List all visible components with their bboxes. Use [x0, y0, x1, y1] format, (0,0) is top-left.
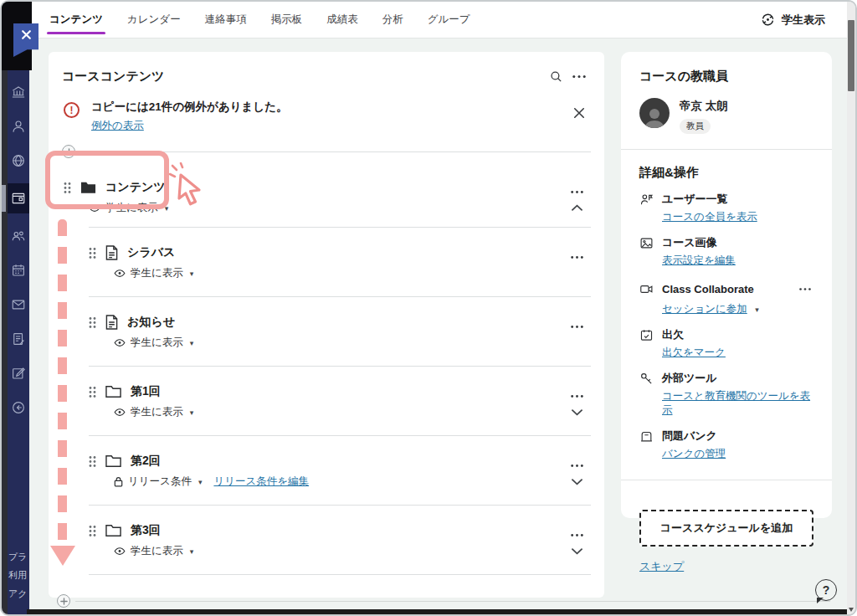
item-menu-button[interactable]	[565, 182, 588, 202]
content-item-row: お知らせ 学生に表示 ▾	[89, 297, 591, 367]
item-title[interactable]: お知らせ	[127, 315, 175, 330]
sidebar-item-institution[interactable]	[8, 80, 29, 104]
ribbon-shape	[13, 23, 38, 57]
collaborate-menu-button[interactable]	[797, 279, 813, 299]
view-exceptions-link[interactable]: 例外の表示	[91, 119, 144, 133]
sidebar-item-globe[interactable]	[8, 149, 29, 172]
search-button[interactable]	[544, 66, 567, 86]
sidebar-item-profile[interactable]	[8, 115, 29, 138]
tab-gradebook[interactable]: 成績表	[326, 2, 359, 38]
sidebar-item-activity[interactable]	[8, 362, 29, 385]
item-menu-button[interactable]	[565, 525, 588, 545]
item-title[interactable]: 第3回	[131, 523, 161, 538]
item-title[interactable]: シラバス	[127, 245, 175, 260]
add-content-button[interactable]	[62, 145, 75, 158]
join-session-link[interactable]: セッションに参加	[662, 303, 747, 315]
close-icon	[21, 29, 32, 40]
item-menu-button[interactable]	[565, 455, 588, 475]
scrollbar-down-arrow[interactable]	[849, 608, 854, 612]
tab-discussions[interactable]: 掲示板	[270, 2, 304, 38]
sidebar-item-groups[interactable]	[8, 224, 29, 248]
expand-button[interactable]	[571, 408, 583, 416]
drag-handle[interactable]	[89, 455, 96, 468]
tab-analytics[interactable]: 分析	[382, 2, 404, 38]
tab-content[interactable]: コンテンツ	[49, 2, 104, 38]
student-preview-button[interactable]: 学生表示	[760, 12, 825, 28]
document-icon	[105, 245, 118, 260]
item-menu-button[interactable]	[565, 386, 588, 406]
add-content-button[interactable]	[57, 594, 70, 608]
skip-link[interactable]: スキップ	[639, 559, 684, 574]
item-menu-button[interactable]	[565, 316, 588, 336]
more-options-icon	[571, 190, 583, 194]
scrollbar-thumb[interactable]	[848, 20, 854, 91]
compose-icon	[11, 366, 26, 381]
instructor-row[interactable]: 帝京 太朗 教員	[639, 98, 813, 134]
mark-attendance-link[interactable]: 出欠をマーク	[662, 346, 726, 358]
footer-link-terms[interactable]: 利用	[8, 566, 29, 584]
divider	[621, 149, 832, 150]
drag-handle[interactable]	[89, 386, 96, 398]
document-icon	[105, 315, 118, 330]
detail-label: ユーザー一覧	[662, 192, 813, 207]
edit-release-conditions-link[interactable]: リリース条件を編集	[213, 475, 309, 489]
folder-children: シラバス 学生に表示 ▾	[89, 227, 591, 575]
edit-display-settings-link[interactable]: 表示設定を編集	[662, 254, 736, 266]
content-item-group: コンテンツ 学生に表示 ▾	[62, 170, 591, 575]
calendar-icon	[11, 263, 26, 278]
sidebar-item-courses[interactable]	[8, 183, 29, 213]
drag-handle[interactable]	[89, 316, 96, 329]
view-tools-link[interactable]: コースと教育機関のツールを表示	[662, 390, 810, 416]
page-title: コースコンテンツ	[62, 69, 544, 85]
chevron-down-icon	[571, 547, 583, 555]
more-options-icon	[571, 464, 583, 468]
alert-close-button[interactable]	[567, 103, 591, 123]
detail-item-roster: ユーザー一覧 コースの全員を表示	[639, 192, 813, 224]
folder-filled-icon	[80, 181, 96, 194]
vertical-scrollbar	[847, 2, 855, 614]
view-everyone-link[interactable]: コースの全員を表示	[662, 211, 757, 223]
sidebar-item-signout[interactable]	[8, 396, 29, 419]
expand-button[interactable]	[571, 478, 583, 485]
footer-link-privacy[interactable]: プラ	[8, 547, 29, 566]
visibility-label: 学生に表示	[131, 544, 183, 558]
footer-link-accessibility[interactable]: アク	[8, 584, 29, 603]
visibility-selector[interactable]: 学生に表示 ▾	[114, 405, 564, 419]
tab-announcements[interactable]: 連絡事項	[204, 2, 248, 38]
visibility-selector[interactable]: 学生に表示 ▾	[89, 201, 564, 215]
tab-calendar[interactable]: カレンダー	[126, 2, 182, 38]
tab-groups[interactable]: グループ	[427, 2, 471, 38]
eye-icon	[89, 203, 100, 213]
sidebar-item-gradebook[interactable]	[8, 327, 29, 351]
close-course-button[interactable]	[13, 23, 38, 57]
visibility-selector[interactable]: 学生に表示 ▾	[114, 336, 564, 350]
sidebar-footer-links: プラ 利用 アク	[8, 547, 29, 603]
visibility-selector[interactable]: 学生に表示 ▾	[114, 266, 564, 280]
drag-handle[interactable]	[64, 182, 71, 194]
release-condition-selector[interactable]: リリース条件 ▾ リリース条件を編集	[114, 475, 564, 489]
global-sidebar	[8, 70, 29, 614]
item-title[interactable]: 第2回	[131, 454, 161, 469]
item-title[interactable]: コンテンツ	[105, 180, 166, 195]
alert-icon: !	[64, 102, 80, 118]
expand-button[interactable]	[571, 547, 583, 555]
help-button[interactable]: ?	[815, 579, 837, 601]
globe-icon	[11, 153, 26, 168]
sidebar-item-calendar[interactable]	[8, 259, 29, 282]
visibility-selector[interactable]: 学生に表示 ▾	[114, 544, 564, 558]
content-menu-button[interactable]	[567, 66, 591, 86]
item-menu-button[interactable]	[565, 247, 588, 267]
course-details-panel: コースの教職員 帝京 太朗 教員 詳細&操作 ユーザー一覧 コースの全員を表示 …	[621, 52, 832, 518]
viewport-bottom-edge	[27, 609, 847, 614]
drag-handle[interactable]	[89, 247, 96, 259]
add-course-schedule-button[interactable]: コーススケジュールを追加	[639, 510, 813, 547]
attendance-icon	[639, 328, 654, 342]
manage-banks-link[interactable]: バンクの管理	[662, 448, 726, 459]
item-title[interactable]: 第1回	[131, 384, 161, 399]
visibility-label: 学生に表示	[105, 201, 158, 215]
collapse-button[interactable]	[571, 204, 583, 212]
drag-handle[interactable]	[89, 525, 96, 537]
sidebar-item-messages[interactable]	[8, 293, 29, 316]
profile-icon	[11, 119, 26, 134]
caret-down-icon[interactable]: ▾	[755, 305, 759, 314]
